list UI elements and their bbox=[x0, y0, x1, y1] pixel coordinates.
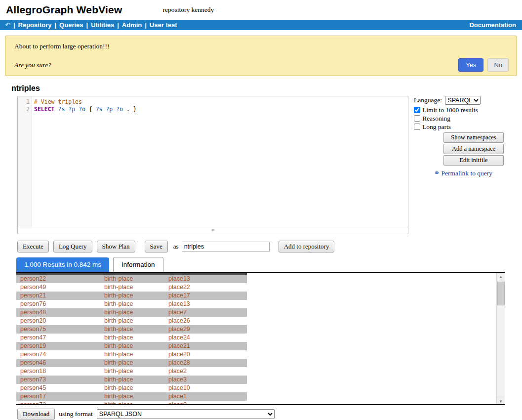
save-button[interactable]: Save bbox=[145, 241, 168, 252]
editor-resize-handle[interactable]: = bbox=[18, 227, 408, 234]
table-cell[interactable]: person72 bbox=[16, 401, 100, 405]
table-cell[interactable]: place13 bbox=[164, 275, 243, 283]
table-cell[interactable]: place1 bbox=[164, 392, 243, 401]
table-cell[interactable]: birth-place bbox=[100, 283, 164, 292]
table-cell[interactable]: person49 bbox=[16, 283, 100, 292]
table-row: person45birth-placeplace10 bbox=[16, 384, 247, 392]
language-select[interactable]: SPARQL bbox=[445, 96, 481, 105]
nav-item-utilities[interactable]: Utilities bbox=[91, 21, 114, 29]
table-cell[interactable]: place7 bbox=[164, 308, 243, 317]
table-cell[interactable]: person74 bbox=[16, 350, 100, 359]
table-cell[interactable]: birth-place bbox=[100, 275, 164, 283]
table-cell[interactable]: place29 bbox=[164, 325, 243, 334]
table-cell[interactable]: person45 bbox=[16, 384, 100, 392]
table-cell[interactable]: birth-place bbox=[100, 325, 164, 334]
save-name-input[interactable] bbox=[182, 242, 270, 252]
alert-buttons: Yes No bbox=[458, 58, 509, 72]
table-cell[interactable]: place0 bbox=[164, 401, 243, 405]
table-cell[interactable]: person47 bbox=[16, 334, 100, 342]
nav-bar: ↶ |Repository|Queries|Utilities|Admin|Us… bbox=[0, 20, 522, 30]
nav-item-repository[interactable]: Repository bbox=[18, 21, 52, 29]
table-cell[interactable]: person46 bbox=[16, 359, 100, 367]
language-label: Language: bbox=[414, 96, 442, 104]
tab-results[interactable]: 1,000 Results in 0.842 ms bbox=[16, 257, 109, 272]
table-cell[interactable]: place10 bbox=[164, 384, 243, 392]
checkbox[interactable] bbox=[414, 115, 420, 122]
table-cell[interactable]: birth-place bbox=[100, 367, 164, 376]
table-cell[interactable]: person73 bbox=[16, 376, 100, 384]
table-cell[interactable]: person75 bbox=[16, 325, 100, 334]
results-table: person22birth-placeplace13person49birth-… bbox=[16, 275, 505, 405]
page: AllegroGraph WebView repository kennedy … bbox=[0, 0, 522, 420]
table-cell[interactable]: birth-place bbox=[100, 334, 164, 342]
table-row: person17birth-placeplace1 bbox=[16, 392, 247, 401]
add-to-repository-button[interactable]: Add to repository bbox=[279, 241, 335, 252]
line-number: 2 bbox=[18, 106, 30, 113]
no-button[interactable]: No bbox=[487, 58, 509, 72]
option-reasoning[interactable]: Reasoning bbox=[414, 115, 518, 123]
back-icon[interactable]: ↶ bbox=[5, 21, 10, 29]
table-cell[interactable]: place3 bbox=[164, 376, 243, 384]
table-cell[interactable]: place21 bbox=[164, 342, 243, 350]
table-row: person18birth-placeplace2 bbox=[16, 367, 247, 376]
show-plan-button[interactable]: Show Plan bbox=[97, 241, 135, 252]
table-cell[interactable]: birth-place bbox=[100, 292, 164, 300]
table-row: person20birth-placeplace26 bbox=[16, 317, 247, 325]
table-cell[interactable]: place24 bbox=[164, 334, 243, 342]
table-cell[interactable]: place26 bbox=[164, 317, 243, 325]
download-button[interactable]: Download bbox=[17, 409, 55, 420]
checkbox[interactable] bbox=[414, 124, 420, 130]
table-cell[interactable]: birth-place bbox=[100, 392, 164, 401]
table-cell[interactable]: birth-place bbox=[100, 376, 164, 384]
add-a-namespace-button[interactable]: Add a namespace bbox=[443, 144, 504, 154]
chain-link-icon: ⚭ bbox=[434, 169, 440, 177]
table-cell[interactable]: birth-place bbox=[100, 359, 164, 367]
table-cell[interactable]: place2 bbox=[164, 367, 243, 376]
nav-separator: | bbox=[54, 21, 56, 29]
option-limit-to-1000-results[interactable]: Limit to 1000 results bbox=[414, 106, 518, 114]
table-cell[interactable]: place20 bbox=[164, 350, 243, 359]
table-cell[interactable]: person19 bbox=[16, 342, 100, 350]
table-cell[interactable]: birth-place bbox=[100, 300, 164, 308]
alert-bottom: Are you sure? Yes No bbox=[14, 58, 509, 72]
nav-item-queries[interactable]: Queries bbox=[59, 21, 83, 29]
table-cell[interactable]: person21 bbox=[16, 292, 100, 300]
table-cell[interactable]: place13 bbox=[164, 300, 243, 308]
option-long-parts[interactable]: Long parts bbox=[414, 123, 518, 131]
table-cell[interactable]: person48 bbox=[16, 308, 100, 317]
query-options-panel: Language: SPARQL Limit to 1000 resultsRe… bbox=[414, 96, 518, 234]
checkbox[interactable] bbox=[414, 107, 420, 113]
table-row: person21birth-placeplace17 bbox=[16, 292, 247, 300]
log-query-button[interactable]: Log Query bbox=[53, 241, 92, 252]
scrollbar-thumb[interactable] bbox=[497, 282, 505, 305]
table-cell[interactable]: person20 bbox=[16, 317, 100, 325]
table-cell[interactable]: birth-place bbox=[100, 342, 164, 350]
table-cell[interactable]: birth-place bbox=[100, 350, 164, 359]
table-cell[interactable]: place17 bbox=[164, 292, 243, 300]
nav-item-documentation[interactable]: Documentation bbox=[469, 21, 516, 29]
table-cell[interactable]: person76 bbox=[16, 300, 100, 308]
table-cell[interactable]: place22 bbox=[164, 283, 243, 292]
format-select[interactable]: SPARQL JSON bbox=[97, 409, 275, 419]
nav-item-admin[interactable]: Admin bbox=[122, 21, 142, 29]
scroll-down-arrow-icon[interactable]: ▼ bbox=[497, 397, 505, 405]
nav-item-user-test[interactable]: User test bbox=[150, 21, 177, 29]
table-cell[interactable]: place28 bbox=[164, 359, 243, 367]
table-cell[interactable]: birth-place bbox=[100, 401, 164, 405]
execute-button[interactable]: Execute bbox=[17, 241, 49, 252]
table-cell[interactable]: birth-place bbox=[100, 308, 164, 317]
show-namespaces-button[interactable]: Show namespaces bbox=[443, 132, 504, 143]
table-cell[interactable]: birth-place bbox=[100, 384, 164, 392]
permalink-link[interactable]: ⚭Permalink to query bbox=[434, 168, 518, 177]
table-cell[interactable]: birth-place bbox=[100, 317, 164, 325]
editor-code[interactable]: # View triplesSELECT ?s ?p ?o { ?s ?p ?o… bbox=[32, 96, 408, 227]
yes-button[interactable]: Yes bbox=[458, 58, 483, 72]
table-cell[interactable]: person22 bbox=[16, 275, 100, 283]
table-cell[interactable]: person17 bbox=[16, 392, 100, 401]
scroll-up-arrow-icon[interactable]: ▲ bbox=[497, 273, 505, 281]
edit-initfile-button[interactable]: Edit initfile bbox=[443, 155, 504, 166]
table-cell[interactable]: person18 bbox=[16, 367, 100, 376]
tab-information[interactable]: Information bbox=[113, 257, 163, 272]
results-scrollbar[interactable]: ▲ ▼ bbox=[496, 273, 505, 405]
code-line: # View triples bbox=[34, 98, 408, 106]
